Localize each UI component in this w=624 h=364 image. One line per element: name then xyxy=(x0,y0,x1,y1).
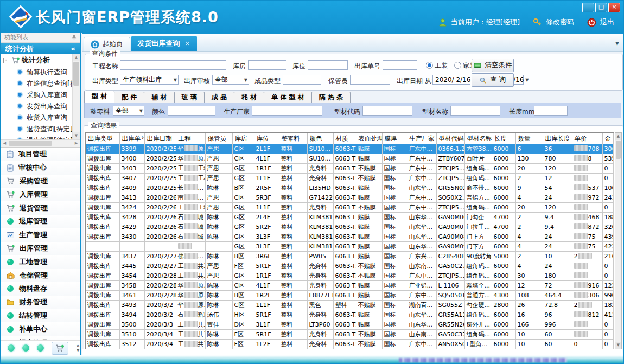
warehouse-input[interactable] xyxy=(248,60,286,70)
profile-name-input[interactable] xyxy=(450,106,500,116)
material-tab-8[interactable]: 隔 热 条 xyxy=(311,92,351,103)
column-header-保管员[interactable]: 保管员 xyxy=(205,133,232,144)
tab-home[interactable]: 起始页 xyxy=(84,37,130,51)
table-row[interactable]: 调拨出库34932020/3/2华原...陈琳C区1L1F整料黑色塑料不贴膜国标… xyxy=(86,301,613,310)
out-audit-select[interactable]: 全部▼ xyxy=(212,75,249,85)
table-row[interactable]: 调拨出库35102020/3/4工共工程陈琳F区5R1F整料光身料6063-T5… xyxy=(86,330,613,340)
column-header-出库长度[interactable]: 出库长度 xyxy=(543,133,572,144)
tab-close-icon[interactable]: × xyxy=(185,40,190,47)
scroll-down-icon[interactable]: ▼ xyxy=(73,132,80,139)
date-from-select[interactable]: 2020/ 2/16▼ xyxy=(432,75,470,85)
table-row[interactable]: 调拨出库35002020/3/3工共工程曹佳D区3L1F整料LT3P606063… xyxy=(86,320,613,330)
sidebar-group-工地管理[interactable]: 工地管理 xyxy=(1,255,80,269)
table-row[interactable]: 调拨出库34292020/2/26石城陈琳G区5R2F整料KLM38176063… xyxy=(86,222,613,232)
tree-horizontal-scrollbar[interactable]: ◀ ▶ xyxy=(1,139,80,148)
table-row[interactable]: 调拨出库34582020/2/28华原...陈琳C区4L1F整料光身料6063-… xyxy=(86,281,613,291)
tree-item-采购入库查询[interactable]: 采购入库查询 xyxy=(1,89,73,100)
tree-item-预算执行查询[interactable]: 预算执行查询 xyxy=(1,66,73,78)
table-row[interactable]: 调拨出库34132020/2/26南...严思C区5R3F整料G71422606… xyxy=(86,193,613,203)
keeper-input[interactable] xyxy=(350,75,390,85)
project-name-input[interactable] xyxy=(120,60,226,70)
sidebar-group-出库管理[interactable]: 出库管理 xyxy=(1,242,80,256)
grid-vertical-scrollbar[interactable]: ▲ ▼ xyxy=(615,132,622,349)
table-row[interactable]: 调拨出库34002020/2/25华原...严思C区4L1F整料SU10...6… xyxy=(86,154,613,164)
sidebar-group-入库管理[interactable]: 入库管理 xyxy=(1,188,80,201)
scroll-down-icon[interactable]: ▼ xyxy=(615,342,621,349)
column-header-颜色[interactable]: 颜色 xyxy=(307,133,333,144)
table-row[interactable]: 调拨出库34072020/2/25工工程严思G区1L1F整料光身料6063-T5… xyxy=(86,174,613,183)
column-header-工程[interactable]: 工程 xyxy=(176,133,205,144)
minimize-button[interactable]: − xyxy=(582,3,594,12)
tree-root-statistics[interactable]: - 统计分析 xyxy=(1,54,73,66)
tree-item-退货查询[待定][interactable]: 退货查询[待定] xyxy=(1,123,73,135)
footer-more-button[interactable]: »▼ xyxy=(76,343,80,353)
tree-item-收货入库查询[interactable]: 收货入库查询 xyxy=(1,112,73,123)
column-header-生产厂家[interactable]: 生产厂家 xyxy=(407,133,436,144)
column-header-材质[interactable]: 材质 xyxy=(333,133,356,144)
tab-list-dropdown-icon[interactable]: ▼ xyxy=(615,41,619,46)
column-header-膜厚[interactable]: 膜厚 xyxy=(382,133,407,144)
column-header-数量[interactable]: 数量 xyxy=(515,133,543,144)
sidebar-group-项目管理[interactable]: 项目管理 xyxy=(1,148,80,161)
sidebar-group-报废管理[interactable]: 报废管理 xyxy=(1,336,80,340)
sidebar-group-物料盘存[interactable]: 物料盘存 xyxy=(1,282,80,296)
collapse-sidebar-icon[interactable]: « xyxy=(71,43,75,54)
material-tab-2[interactable]: 配 件 xyxy=(114,92,144,103)
tree-vertical-scrollbar[interactable]: ▲ ▼ xyxy=(72,54,80,139)
table-row[interactable]: 调拨出库35122020/3/4工共工程陈琳F区1L2F整料光身料6063-T5… xyxy=(86,340,613,349)
product-type-input[interactable] xyxy=(283,75,321,85)
sidebar-group-结转管理[interactable]: 结转管理 xyxy=(1,309,80,323)
tab-active-shipment-query[interactable]: 发货出库查询 × xyxy=(131,36,197,51)
column-header-整零料[interactable]: 整零料 xyxy=(279,133,307,144)
table-row[interactable]: 调拨出库34302020/2/26石城陈琳G区3L3F整料KLM38176063… xyxy=(86,232,613,242)
tree-item-在途信息查询[待[interactable]: 在途信息查询[待 xyxy=(1,78,73,89)
tree-item-退库管理[待定][interactable]: 退库管理[待定] xyxy=(1,135,73,139)
column-header-出库单号[interactable]: 出库单号 xyxy=(119,133,144,144)
table-row[interactable]: 调拨出库34282020/2/26石城陈琳G区2L4F整料KLM38176063… xyxy=(86,213,613,222)
footer-cart-button[interactable] xyxy=(52,342,69,355)
column-header-长度[interactable]: 长度 xyxy=(492,133,515,144)
manufacturer-input[interactable] xyxy=(252,106,322,116)
material-tab-1[interactable]: 型 材 xyxy=(84,91,114,103)
sidebar-group-审核中心[interactable]: 审核中心 xyxy=(1,161,80,175)
material-tab-3[interactable]: 辅 材 xyxy=(144,92,174,103)
logout-link[interactable]: 退出 xyxy=(600,17,614,27)
length-input[interactable] xyxy=(534,106,568,116)
table-row[interactable]: 调拨出库34612020/2/28华原...陈琳B区1R2F整料F8877FT6… xyxy=(86,291,613,301)
column-header-型材代码[interactable]: 型材代码 xyxy=(436,133,464,144)
pin-icon[interactable] xyxy=(72,35,77,41)
sidebar-group-补单中心[interactable]: 补单中心 xyxy=(1,322,80,336)
column-header-库位[interactable]: 库位 xyxy=(254,133,279,144)
color-input[interactable] xyxy=(168,106,215,116)
profile-code-input[interactable] xyxy=(362,106,412,116)
table-row[interactable]: 调拨出库34242020/2/26工工程严思G区1L1F整料光身料6063-T5… xyxy=(86,203,613,213)
footer-dot-icon[interactable] xyxy=(22,344,29,352)
change-password-link[interactable]: 修改密码 xyxy=(546,17,574,27)
whole-part-select[interactable]: 全部▼ xyxy=(113,106,144,116)
out-type-select[interactable]: 生产领料出库▼ xyxy=(120,75,179,85)
scroll-right-icon[interactable]: ▶ xyxy=(73,140,80,147)
search-button[interactable]: 查 询 xyxy=(472,73,514,87)
tree-expand-icon[interactable]: - xyxy=(3,58,9,63)
footer-dot-icon[interactable] xyxy=(37,344,44,352)
sidebar-group-仓储管理[interactable]: 仓储管理 xyxy=(1,269,80,282)
column-header-表面处理[interactable]: 表面处理 xyxy=(356,133,382,144)
radio-gongzhuang[interactable]: 工装 xyxy=(426,61,448,71)
location-input[interactable] xyxy=(308,60,348,70)
column-header-出库日期[interactable]: 出库日期 xyxy=(144,133,176,144)
column-header-库房[interactable]: 库房 xyxy=(232,133,254,144)
table-row[interactable]: G区3L3F整料KLM38176063-T5贴膜国标山东华...GA90M09.… xyxy=(86,242,613,252)
sidebar-group-退库管理[interactable]: 退库管理 xyxy=(1,215,80,228)
tree-item-发货出库查询[interactable]: 发货出库查询 xyxy=(1,100,73,112)
sidebar-group-财务管理[interactable]: 财务管理 xyxy=(1,296,80,309)
column-header-单价[interactable]: 单价 xyxy=(572,133,602,144)
table-row[interactable]: 调拨出库34942020/3/2石辉城汤伟H区5R1F整料光身料6063-T5贴… xyxy=(86,310,613,320)
scroll-up-icon[interactable]: ▲ xyxy=(615,133,621,140)
sidebar-group-采购管理[interactable]: 采购管理 xyxy=(1,175,80,188)
column-header-型材名称[interactable]: 型材名称 xyxy=(464,133,492,144)
footer-dot-icon[interactable] xyxy=(8,344,15,352)
table-row[interactable]: 调拨出库34452020/2/27工共工程严思F区5R1F整料光身料6063-T… xyxy=(86,261,613,271)
table-row[interactable]: 调拨出库34032020/2/25工工程严思G区1R1F整料光身料6063-T5… xyxy=(86,164,613,174)
sidebar-group-生产管理[interactable]: 生产管理 xyxy=(1,228,80,242)
table-row[interactable]: 调拨出库34542020/2/28工共工程严思G区1R1F整料光身料6063-T… xyxy=(86,271,613,281)
